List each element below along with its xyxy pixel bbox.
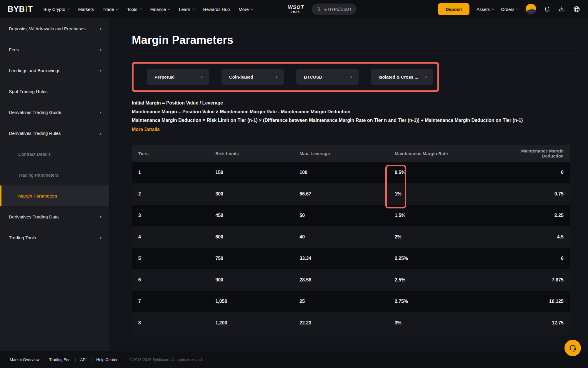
sidebar-item-spot-trading-rules[interactable]: Spot Trading Rules: [0, 81, 109, 102]
nav-item-label: Tools: [127, 7, 137, 12]
formula-maintenance-margin-deduction: Maintenance Margin Deduction = Risk Limi…: [132, 116, 578, 125]
cell-mm-deduction: 7.875: [500, 277, 570, 283]
chevron-down-icon: [67, 7, 70, 10]
margin-tiers-table: Tiers Risk Limits Max. Leverage Maintena…: [132, 145, 570, 334]
wsot-line2: 2025: [287, 10, 304, 14]
sidebar-item-label: Derivatives Trading Rules: [9, 131, 61, 136]
nav-item-trade[interactable]: Trade: [103, 7, 118, 12]
chevron-down-icon: [192, 7, 195, 10]
chevron-down-icon: [492, 7, 494, 10]
column-header-risk-limits: Risk Limits: [209, 151, 293, 156]
wsot-2025-logo[interactable]: WSOT 2025: [287, 5, 304, 14]
nav-item-markets[interactable]: Markets: [78, 7, 94, 12]
nav-item-label: More: [239, 7, 249, 12]
nav-item-label: Rewards Hub: [203, 7, 230, 12]
footer-link-trading-fee[interactable]: Trading Fee: [49, 357, 70, 362]
sidebar-item-contract-details[interactable]: Contract Details: [0, 144, 109, 165]
nav-item-finance[interactable]: Finance: [150, 7, 170, 12]
sidebar-item-label: Spot Trading Rules: [9, 89, 48, 94]
formula-block: Initial Margin = Position Value / Levera…: [132, 99, 578, 132]
sidebar-item-derivatives-trading-rules[interactable]: Derivatives Trading Rules ▴: [0, 123, 109, 144]
bybit-margin-parameters-page: BYBIT Buy Crypto Markets Trade Tools Fin…: [0, 0, 588, 368]
footer-link-market-overview[interactable]: Market Overview: [10, 357, 39, 362]
sidebar-item-trading-tools[interactable]: Trading Tools ▾: [0, 227, 109, 248]
avatar-smile: [529, 10, 532, 12]
sidebar-item-label: Contract Details: [18, 152, 51, 157]
nav-item-learn[interactable]: Learn: [179, 7, 194, 12]
chevron-down-icon: ▾: [99, 68, 101, 73]
nav-item-more[interactable]: More: [239, 7, 253, 12]
cell-risk-limit: 750: [209, 256, 293, 261]
bell-icon: [544, 6, 551, 13]
cell-tier: 5: [132, 256, 209, 261]
sidebar-item-deposits-withdrawals[interactable]: Deposits, Withdrawals and Purchases ▾: [0, 18, 109, 39]
footer-link-help-center[interactable]: Help Center: [96, 357, 117, 362]
cell-risk-limit: 300: [209, 191, 293, 197]
sidebar-item-label: Trading Tools: [9, 235, 36, 241]
logo-accent: I: [25, 5, 28, 14]
table-header-row: Tiers Risk Limits Max. Leverage Maintena…: [132, 145, 570, 162]
cell-mm-rate: 0.5%: [388, 170, 500, 175]
orders-label: Orders: [501, 7, 514, 12]
footer-divider: [44, 358, 44, 362]
cell-max-leverage: 100: [293, 170, 388, 175]
margin-mode-select[interactable]: Isolated & Cross ... ▾: [371, 69, 433, 85]
deposit-button[interactable]: Deposit: [438, 3, 469, 15]
table-row: 8 1,200 22.23 3% 12.75: [132, 312, 570, 334]
cell-mm-deduction: 4.5: [500, 234, 570, 240]
support-chat-button[interactable]: [564, 340, 581, 356]
nav-item-buy-crypto[interactable]: Buy Crypto: [44, 7, 69, 12]
chevron-down-icon: [516, 7, 519, 10]
table-row: 2 300 66.67 1% 0.75: [132, 183, 570, 205]
cell-mm-rate: 3%: [388, 320, 500, 326]
user-avatar[interactable]: [526, 4, 536, 14]
cell-risk-limit: 450: [209, 213, 293, 218]
column-header-mm-rate: Maintenance Margin Rate: [388, 151, 500, 156]
language-button[interactable]: [573, 5, 580, 13]
cell-mm-deduction: 0: [500, 170, 570, 175]
margin-type-select[interactable]: Coin-based ▾: [221, 69, 284, 85]
logo-text: BYB: [8, 5, 25, 14]
orders-menu[interactable]: Orders: [501, 7, 519, 12]
sidebar-item-fees[interactable]: Fees ▾: [0, 39, 109, 60]
sidebar-item-lendings-borrowings[interactable]: Lendings and Borrowings ▾: [0, 60, 109, 81]
notifications-button[interactable]: [543, 5, 551, 13]
sidebar-item-trading-parameters[interactable]: Trading Parameters: [0, 165, 109, 185]
cell-tier: 8: [132, 320, 209, 326]
chevron-down-icon: [250, 7, 253, 10]
download-app-button[interactable]: [558, 5, 566, 13]
sidebar-item-derivatives-trading-data[interactable]: Derivatives Trading Data ▾: [0, 206, 109, 227]
nav-item-label: Learn: [179, 7, 190, 12]
symbol-select[interactable]: BTCUSD ▾: [296, 69, 359, 85]
globe-icon: [573, 6, 580, 13]
cell-mm-rate: 2.75%: [388, 299, 500, 304]
footer-copyright: © 2018-2025 Bybit.com. All rights reserv…: [129, 357, 203, 362]
cell-max-leverage: 40: [293, 234, 388, 240]
nav-item-label: Markets: [78, 7, 94, 12]
cell-mm-rate: 1.5%: [388, 213, 500, 218]
assets-menu[interactable]: Assets: [477, 7, 494, 12]
sidebar-item-derivatives-trading-guide[interactable]: Derivatives Trading Guide ▾: [0, 102, 109, 123]
chevron-down-icon: [168, 7, 171, 10]
logo-text-2: T: [28, 5, 33, 14]
chevron-down-icon: ▾: [99, 236, 101, 240]
more-details-link[interactable]: More Details: [132, 127, 160, 132]
table-row: 1 150 100 0.5% 0: [132, 162, 570, 183]
sidebar-item-margin-parameters[interactable]: Margin Parameters: [0, 185, 109, 206]
cell-mm-deduction: 0.75: [500, 191, 570, 197]
main-content: Margin Parameters Perpetual ▾ Coin-based…: [109, 18, 588, 351]
cell-risk-limit: 1,200: [209, 320, 293, 326]
column-header-max-leverage: Max. Leverage: [293, 151, 388, 156]
footer-link-api[interactable]: API: [80, 357, 87, 362]
footer-divider: [75, 358, 76, 362]
bybit-logo[interactable]: BYBIT: [8, 5, 33, 14]
docs-sidebar: Deposits, Withdrawals and Purchases ▾ Fe…: [0, 18, 109, 351]
nav-item-tools[interactable]: Tools: [127, 7, 141, 12]
nav-item-rewards-hub[interactable]: Rewards Hub: [203, 7, 230, 12]
search-input[interactable]: HYPE/USDT: [312, 4, 357, 15]
cell-risk-limit: 150: [209, 170, 293, 175]
cell-mm-rate: 2%: [388, 234, 500, 240]
contract-type-select[interactable]: Perpetual ▾: [147, 69, 209, 85]
cell-max-leverage: 66.67: [293, 191, 388, 197]
column-header-mm-deduction: Maintenance Margin Deduction: [500, 148, 570, 158]
